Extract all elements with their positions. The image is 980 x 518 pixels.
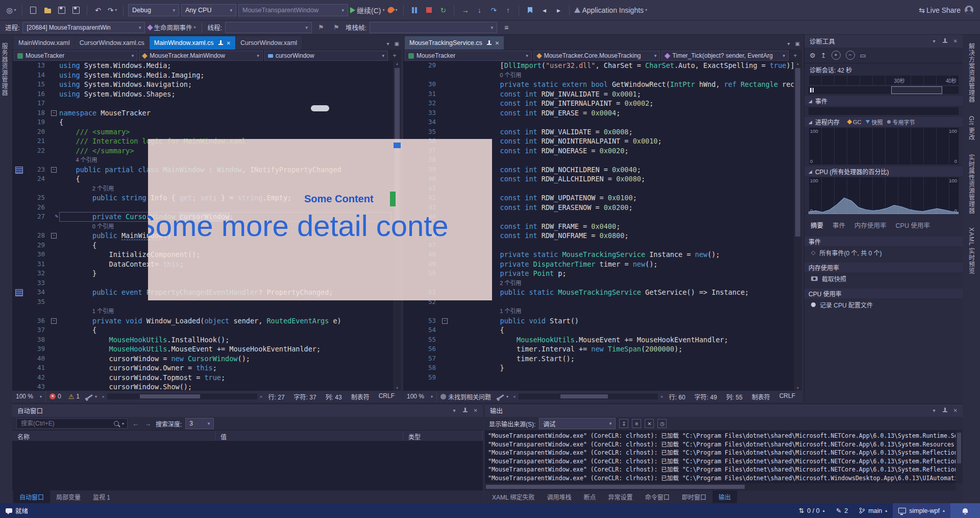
diagnostics-tab[interactable]: CPU 使用率 [896, 220, 930, 230]
window-position-icon[interactable]: ▾ [933, 408, 936, 413]
panel-tab[interactable]: 即时窗口 [676, 490, 713, 503]
word-wrap-icon[interactable]: ≡ [632, 419, 641, 428]
column-type[interactable]: 类型 [403, 431, 483, 441]
collapse-box-icon[interactable]: - [51, 318, 57, 324]
code-line[interactable]: 42 cursorWindow.Topmost = true; [12, 373, 393, 383]
navigation-combo[interactable]: MouseTracker▾ [14, 51, 137, 61]
editor-tab[interactable]: CursorWindow.xaml [236, 36, 302, 50]
panel-title-bar[interactable]: 输出 ▾ ✕ [485, 404, 963, 417]
code-line[interactable]: 36- private void Window_Loaded(object se… [12, 316, 393, 326]
process-combo[interactable]: [20684] MouseTransparentWin▾ [22, 22, 145, 33]
navigation-combo[interactable]: MouseTracker▾ [405, 51, 532, 61]
scroll-left-icon[interactable]: ◂ [512, 394, 517, 399]
collapse-box-icon[interactable]: - [442, 318, 448, 324]
next-bookmark-icon[interactable]: ▸ [552, 4, 565, 17]
panel-title-bar[interactable]: 诊断工具 ▾ ✕ [804, 35, 963, 48]
timeline-track[interactable] [808, 86, 959, 94]
chevron-down-icon[interactable]: ▾ [788, 41, 790, 46]
pin-icon[interactable] [217, 40, 223, 46]
scrollbar-thumb[interactable] [560, 394, 608, 398]
code-line[interactable]: 30 private static extern bool GetWindowR… [403, 80, 794, 89]
scrollbar-thumb[interactable] [140, 394, 200, 398]
settings-gear-icon[interactable]: ⚙ [810, 52, 816, 59]
zoom-combo[interactable]: 100 %▾ [12, 391, 46, 402]
editor-tab[interactable]: MainWindow.xaml.cs✕ [150, 36, 235, 50]
timeline-selection[interactable] [891, 86, 942, 94]
code-cleanup-button[interactable]: ▾ [495, 394, 512, 399]
pin-icon[interactable] [462, 408, 468, 413]
stack-frame-combo[interactable]: ▾ [370, 22, 497, 33]
code-line[interactable]: 18-namespace MouseTracker [12, 108, 393, 118]
code-line[interactable]: 43 cursorWindow.Show(); [12, 382, 393, 391]
save-all-icon[interactable] [70, 4, 82, 17]
tool-window-tab[interactable]: 实时属性资源管理器 [967, 149, 976, 219]
vertical-scrollbar[interactable] [955, 431, 963, 483]
timestamp-icon[interactable]: ◷ [657, 419, 667, 428]
bookmark-icon[interactable] [524, 4, 536, 17]
panel-tab[interactable]: 局部变量 [50, 490, 87, 503]
column-value[interactable]: 值 [215, 431, 403, 441]
panel-tab[interactable]: XAML 绑定失败 [486, 490, 541, 503]
editor-tab[interactable]: CursorWindow.xaml.cs [75, 36, 149, 50]
step-out-icon[interactable]: ↑ [502, 4, 514, 17]
jump-to-message-icon[interactable]: ↧ [619, 419, 628, 428]
code-line[interactable]: 32 const int RDW_INTERNALPAINT = 0x0002; [403, 99, 794, 108]
code-line[interactable]: 55 MouseHookUtils.MouseEvent += MouseHoo… [403, 335, 794, 345]
timeline-ruler[interactable]: 30秒 40秒 [808, 76, 959, 85]
live-share-button[interactable]: ⇆ Live Share [919, 4, 961, 17]
tool-window-tab[interactable]: Git 更改 [967, 111, 976, 146]
horizontal-scrollbar[interactable] [107, 393, 257, 399]
codelens-references[interactable]: 1 个引用 [403, 307, 794, 316]
code-line[interactable]: 34 [403, 117, 794, 127]
pin-icon[interactable] [942, 38, 947, 44]
restart-icon[interactable]: ↻ [437, 4, 449, 17]
diagnostics-tab[interactable]: 内存使用率 [854, 220, 887, 230]
cpu-section-header[interactable]: ◢CPU (所有处理器的百分比) [804, 167, 963, 176]
forward-icon[interactable]: → [143, 420, 152, 428]
lifecycle-events-button[interactable]: 生命周期事件▾ [148, 21, 195, 34]
tool-window-tab[interactable]: 服务器资源管理器 [0, 38, 9, 101]
summary-action-row[interactable]: ◇所有事件(0 个, 共 0 个) [804, 246, 963, 259]
back-icon[interactable]: ← [131, 420, 140, 428]
column-name[interactable]: 名称 [12, 431, 215, 441]
nav-extra-icon[interactable]: + [790, 52, 800, 59]
pin-icon[interactable] [486, 40, 492, 46]
summary-action-row[interactable]: 记录 CPU 配置文件 [804, 298, 963, 311]
editor-tab[interactable]: MouseTrackingService.cs✕ [405, 36, 504, 50]
memory-chart[interactable]: 1000 1000 [808, 128, 959, 164]
git-branch[interactable]: main▴ [853, 503, 893, 518]
code-line[interactable]: 56 timer.Interval += new TimeSpan(200000… [403, 344, 794, 354]
code-line[interactable]: 19{ [12, 117, 393, 127]
code-line[interactable]: 15using System.Windows.Navigation; [12, 80, 393, 89]
code-line[interactable]: 59 [403, 373, 794, 383]
dev-environment[interactable]: simple-wpf▴ [893, 503, 950, 518]
close-icon[interactable]: ✕ [953, 408, 958, 413]
diagnostics-tab[interactable]: 事件 [832, 220, 845, 230]
redo-icon[interactable]: ↷▾ [106, 4, 118, 17]
panel-tab[interactable]: 输出 [713, 490, 737, 503]
code-line[interactable]: 17 [12, 99, 393, 108]
code-line[interactable]: 40 cursorWindow = new CursorWindow(); [12, 354, 393, 364]
output-log[interactable]: "MouseTransparentWindow.exe" (CoreCLR: c… [485, 431, 955, 483]
notifications-bell[interactable] [950, 503, 980, 518]
zoom-out-icon[interactable]: − [846, 51, 855, 60]
navigation-combo[interactable]: Timer_Tick(object? sender, EventArg▾ [662, 51, 789, 61]
nav-extra-icon[interactable]: + [389, 52, 400, 59]
search-input[interactable] [20, 419, 111, 428]
error-count[interactable]: ✕0 [46, 393, 65, 400]
clear-output-icon[interactable]: ✕ [645, 419, 654, 428]
pending-edits[interactable]: ✎2 [830, 503, 853, 518]
close-icon[interactable]: ✕ [227, 40, 231, 46]
search-box[interactable]: ▾ [16, 418, 128, 429]
code-line[interactable]: 35 const int RDW_VALIDATE = 0x0008; [403, 127, 794, 137]
warning-count[interactable]: ⚠1 [65, 393, 83, 401]
collapse-box-icon[interactable]: - [51, 167, 57, 173]
summary-action-row[interactable]: 截取快照 [804, 272, 963, 285]
close-icon[interactable]: ✕ [474, 408, 478, 413]
save-icon[interactable] [56, 4, 68, 17]
events-track[interactable] [808, 107, 959, 115]
scrollbar-thumb[interactable] [795, 68, 800, 237]
horizontal-scrollbar[interactable] [519, 393, 658, 399]
codelens-references[interactable]: 0 个引用 [403, 70, 794, 80]
git-sync-status[interactable]: ⇅0 / 0▴ [793, 503, 830, 518]
